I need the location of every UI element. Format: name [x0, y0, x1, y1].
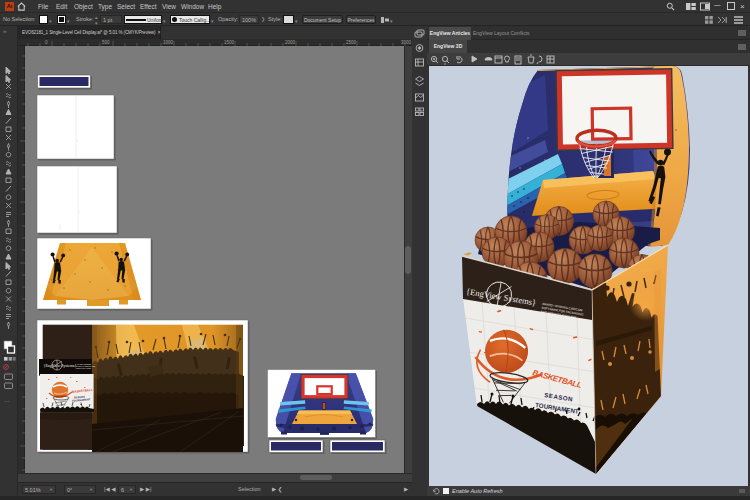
svg-text:2000: 2000 [285, 40, 296, 45]
svg-text:{EngView Systems}: {EngView Systems} [44, 363, 77, 368]
svg-text:1000: 1000 [163, 40, 174, 45]
svg-text:…: … [4, 397, 10, 403]
svg-text:3000: 3000 [401, 40, 412, 45]
svg-text:FOR PACKAGING: FOR PACKAGING [76, 367, 91, 369]
svg-text:2500: 2500 [346, 40, 357, 45]
svg-text:»: » [3, 28, 7, 34]
svg-text:500: 500 [102, 40, 110, 45]
svg-text:1500: 1500 [224, 40, 235, 45]
svg-text:0: 0 [45, 40, 48, 45]
